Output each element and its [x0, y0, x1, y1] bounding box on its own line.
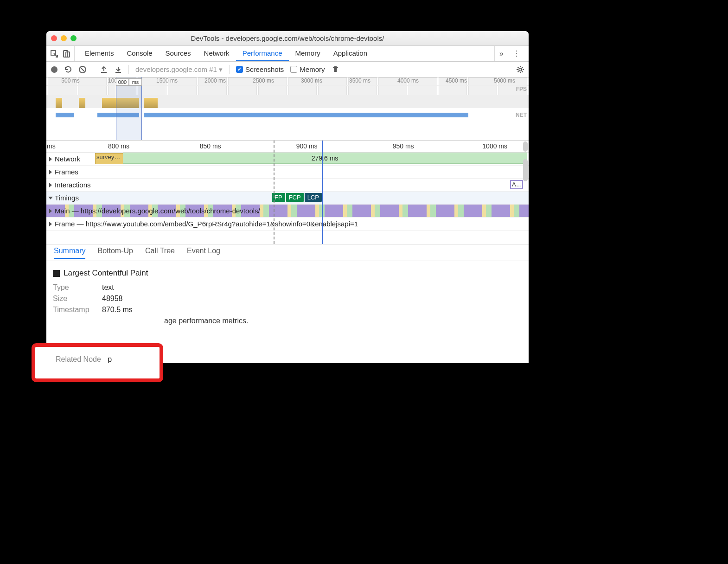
dashed-guide: [274, 141, 275, 244]
value-size: 48958: [102, 295, 123, 303]
tab-network[interactable]: Network: [198, 46, 236, 61]
tick: 2500 ms: [239, 77, 287, 85]
tick: 3500 ms: [336, 77, 384, 85]
record-button[interactable]: [51, 66, 57, 73]
traffic-lights: [46, 35, 77, 41]
window-title: DevTools - developers.google.com/web/too…: [46, 34, 529, 42]
close-button[interactable]: [51, 35, 57, 41]
tick: 1500 ms: [143, 77, 191, 85]
tab-bottom-up[interactable]: Bottom-Up: [97, 247, 133, 259]
devtools-window: DevTools - developers.google.com/web/too…: [46, 31, 529, 363]
overview-selection[interactable]: 000 ms: [116, 77, 142, 140]
device-toggle-icon[interactable]: [62, 50, 70, 58]
tab-application[interactable]: Application: [327, 46, 374, 61]
minimize-button[interactable]: [61, 35, 67, 41]
download-icon[interactable]: [114, 65, 122, 73]
tab-event-log[interactable]: Event Log: [187, 247, 220, 259]
playhead[interactable]: [322, 141, 323, 244]
perf-toolbar: developers.google.com #1 ▾ Screenshots M…: [46, 62, 529, 77]
tabs-overflow[interactable]: »: [494, 46, 508, 61]
inspect-element-icon[interactable]: [50, 50, 58, 58]
row-frames[interactable]: Frames: [46, 166, 529, 179]
inspect-tools: [50, 46, 75, 61]
row-main[interactable]: Main — https://developers.google.com/web…: [46, 205, 529, 218]
tick: 950 ms: [393, 142, 414, 150]
detail-ruler: ms 800 ms 850 ms 900 ms 950 ms 1000 ms: [46, 141, 529, 153]
label-type: Type: [53, 283, 97, 292]
clear-icon[interactable]: [78, 65, 86, 73]
gear-icon[interactable]: [516, 65, 524, 73]
row-interactions[interactable]: Interactions A…: [46, 179, 529, 192]
tab-console[interactable]: Console: [121, 46, 159, 61]
separator: [128, 65, 129, 74]
value-type: text: [102, 283, 114, 292]
svg-point-4: [519, 68, 522, 71]
selection-handle-left[interactable]: 000: [116, 78, 129, 86]
label-timestamp: Timestamp: [53, 306, 97, 314]
tick: 4500 ms: [432, 77, 480, 85]
overview-pane[interactable]: 500 ms 1000 ms 1500 ms 2000 ms 2500 ms 3…: [46, 77, 529, 141]
tick: 5000 ms: [480, 77, 529, 85]
recording-selector[interactable]: developers.google.com #1 ▾: [135, 65, 223, 74]
trash-icon[interactable]: [332, 65, 339, 73]
flame-chart[interactable]: ms 800 ms 850 ms 900 ms 950 ms 1000 ms N…: [46, 141, 529, 244]
tick: ms: [47, 142, 56, 150]
maximize-button[interactable]: [70, 35, 77, 41]
row-timings[interactable]: Timings FP FCP LCP: [46, 192, 529, 205]
tab-elements[interactable]: Elements: [78, 46, 121, 61]
tick: 800 ms: [108, 142, 129, 150]
tab-call-tree[interactable]: Call Tree: [145, 247, 175, 259]
label-size: Size: [53, 295, 97, 303]
tab-sources[interactable]: Sources: [159, 46, 198, 61]
tab-summary[interactable]: Summary: [54, 247, 85, 259]
row-frame[interactable]: Frame — https://www.youtube.com/embed/G_…: [46, 218, 529, 231]
upload-icon[interactable]: [100, 65, 108, 73]
titlebar: DevTools - developers.google.com/web/too…: [46, 31, 529, 46]
tick: 1000 ms: [482, 142, 507, 150]
settings-menu[interactable]: ⋮: [508, 46, 525, 61]
tab-memory[interactable]: Memory: [289, 46, 327, 61]
lcp-marker[interactable]: LCP: [305, 193, 322, 202]
tick: 900 ms: [296, 142, 318, 150]
devtools-tabs: Elements Console Sources Network Perform…: [46, 46, 529, 62]
fcp-marker[interactable]: FCP: [286, 193, 304, 202]
label-related-node: Related Node: [56, 355, 101, 363]
tick: 4000 ms: [384, 77, 432, 85]
tab-performance[interactable]: Performance: [236, 46, 289, 61]
summary-title: Largest Contentful Paint: [53, 269, 522, 278]
selection-handle-right[interactable]: ms: [129, 78, 142, 86]
tick: 500 ms: [46, 77, 95, 85]
memory-checkbox[interactable]: Memory: [290, 65, 325, 73]
separator: [229, 65, 230, 74]
tick: 2000 ms: [191, 77, 239, 85]
reload-icon[interactable]: [64, 65, 72, 73]
value-timestamp: 870.5 ms: [102, 306, 133, 314]
scrollbar[interactable]: [523, 141, 528, 244]
color-swatch: [53, 270, 60, 277]
tick: 3000 ms: [287, 77, 336, 85]
value-related-node[interactable]: p: [108, 355, 112, 363]
tick: 850 ms: [200, 142, 221, 150]
details-tabs: Summary Bottom-Up Call Tree Event Log: [46, 244, 529, 261]
interaction-chip[interactable]: A…: [510, 180, 523, 189]
summary-description: age performance metrics.: [53, 317, 522, 325]
screenshots-checkbox[interactable]: Screenshots: [236, 65, 284, 73]
highlight-annotation: Related Node p: [32, 343, 163, 382]
frame-bar[interactable]: 279.6 ms: [123, 153, 527, 164]
separator: [93, 65, 93, 74]
